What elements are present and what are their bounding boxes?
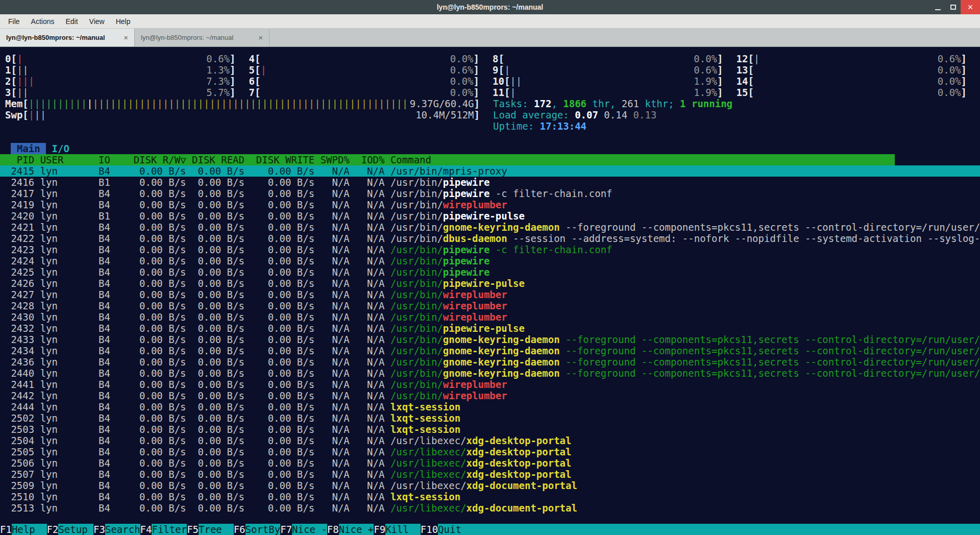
column-header-disk-write[interactable]: DISK WRITE [256,154,314,165]
column-header-command[interactable]: Command [390,154,895,165]
disk-read-value: 0.00 B/s [192,446,244,457]
disk-write-value: 0.00 B/s [256,188,314,199]
disk-read-value: 0.00 B/s [192,244,244,255]
column-header-disk-rw[interactable]: DISK R/W▽ [134,154,186,165]
iod-value: N/A [361,334,385,345]
column-header-user[interactable]: USER [40,154,99,165]
close-button[interactable]: × [961,0,980,14]
process-row-2507[interactable]: 2507lynB40.00 B/s0.00 B/s0.00 B/sN/AN/A/… [0,469,980,480]
fkey-f1[interactable]: F1Help [0,524,47,535]
process-row-2432[interactable]: 2432lynB40.00 B/s0.00 B/s0.00 B/sN/AN/A/… [0,323,980,334]
process-io-priority: B4 [99,390,110,401]
maximize-button[interactable] [945,0,961,14]
disk-read-value: 0.00 B/s [192,255,244,266]
terminal-tab-1[interactable]: lyn@lyn-b850mprors: ~/manual× [0,29,135,46]
tab-close-icon[interactable]: × [258,33,263,42]
process-row-2421[interactable]: 2421lynB40.00 B/s0.00 B/s0.00 B/sN/AN/A/… [0,222,980,233]
process-row-2510[interactable]: 2510lynB40.00 B/s0.00 B/s0.00 B/sN/AN/Al… [0,491,980,502]
fkey-f7[interactable]: F7Nice - [280,524,327,535]
process-row-2442[interactable]: 2442lynB40.00 B/s0.00 B/s0.00 B/sN/AN/A/… [0,390,980,401]
process-row-2417[interactable]: 2417lynB40.00 B/s0.00 B/s0.00 B/sN/AN/A/… [0,188,980,199]
disk-rw-value: 0.00 B/s [134,289,186,300]
iod-value: N/A [361,188,385,199]
process-row-2423[interactable]: 2423lynB40.00 B/s0.00 B/s0.00 B/sN/AN/A/… [0,244,980,255]
disk-read-value: 0.00 B/s [192,457,244,469]
process-row-2441[interactable]: 2441lynB40.00 B/s0.00 B/s0.00 B/sN/AN/A/… [0,379,980,390]
fkey-f4[interactable]: F4Filter [140,524,187,535]
disk-rw-value: 0.00 B/s [134,334,186,345]
process-row-2513[interactable]: 2513lynB40.00 B/s0.00 B/s0.00 B/sN/AN/A/… [0,502,980,514]
iod-value: N/A [361,323,385,334]
fkey-f2[interactable]: F2Setup [47,524,94,535]
process-user: lyn [40,334,99,345]
maximize-icon [950,5,956,10]
column-header-disk-read[interactable]: DISK READ [192,154,244,165]
menu-item-file[interactable]: File [3,14,26,28]
process-row-2434[interactable]: 2434lynB40.00 B/s0.00 B/s0.00 B/sN/AN/A/… [0,345,980,356]
process-command: /usr/bin/wireplumber [390,390,980,401]
process-io-priority: B4 [99,435,110,446]
terminal-screen[interactable]: 0[|0.6%]4[0.0%]8[0.0%]12[|0.6%]1[||1.3%]… [0,47,980,535]
process-pid: 2422 [5,233,34,244]
process-row-2509[interactable]: 2509lynB40.00 B/s0.00 B/s0.00 B/sN/AN/A/… [0,480,980,491]
fkey-f10[interactable]: F10Quit [421,524,473,535]
process-row-2433[interactable]: 2433lynB40.00 B/s0.00 B/s0.00 B/sN/AN/A/… [0,334,980,345]
fkey-f6[interactable]: F6SortBy [234,524,281,535]
process-pid: 2415 [5,165,34,177]
process-row-2427[interactable]: 2427lynB40.00 B/s0.00 B/s0.00 B/sN/AN/A/… [0,289,980,300]
process-row-2503[interactable]: 2503lynB40.00 B/s0.00 B/s0.00 B/sN/AN/Al… [0,424,980,435]
menu-bar: FileActionsEditViewHelp [0,14,980,29]
fkey-f9[interactable]: F9Kill [374,524,421,535]
column-header-swpd[interactable]: SWPD% [321,154,350,165]
menu-item-actions[interactable]: Actions [26,14,60,28]
process-row-2428[interactable]: 2428lynB40.00 B/s0.00 B/s0.00 B/sN/AN/A/… [0,300,980,311]
process-user: lyn [40,222,99,233]
process-row-2430[interactable]: 2430lynB40.00 B/s0.00 B/s0.00 B/sN/AN/A/… [0,311,980,323]
screen-tab-io[interactable]: I/O [52,143,69,154]
disk-rw-value: 0.00 B/s [134,210,186,222]
swpd-value: N/A [321,446,350,457]
process-row-2502[interactable]: 2502lynB40.00 B/s0.00 B/s0.00 B/sN/AN/Al… [0,412,980,424]
process-io-priority: B4 [99,502,110,514]
fkey-f5[interactable]: F5Tree [187,524,234,535]
disk-rw-value: 0.00 B/s [134,345,186,356]
disk-rw-value: 0.00 B/s [134,469,186,480]
process-pid: 2434 [5,345,34,356]
swpd-value: N/A [321,188,350,199]
column-header-io[interactable]: IO [99,154,110,165]
process-row-2424[interactable]: 2424lynB40.00 B/s0.00 B/s0.00 B/sN/AN/A/… [0,255,980,266]
disk-read-value: 0.00 B/s [192,491,244,502]
column-header-iod[interactable]: IOD% [361,154,385,165]
process-row-2420[interactable]: 2420lynB10.00 B/s0.00 B/s0.00 B/sN/AN/A/… [0,210,980,222]
process-row-2416[interactable]: 2416lynB10.00 B/s0.00 B/s0.00 B/sN/AN/A/… [0,177,980,188]
disk-write-value: 0.00 B/s [256,177,314,188]
process-row-2436[interactable]: 2436lynB40.00 B/s0.00 B/s0.00 B/sN/AN/A/… [0,356,980,368]
process-row-2426[interactable]: 2426lynB40.00 B/s0.00 B/s0.00 B/sN/AN/A/… [0,278,980,289]
disk-read-value: 0.00 B/s [192,300,244,311]
tab-close-icon[interactable]: × [124,33,128,42]
menu-item-help[interactable]: Help [110,14,136,28]
process-row-2504[interactable]: 2504lynB40.00 B/s0.00 B/s0.00 B/sN/AN/A/… [0,435,980,446]
fkey-f3[interactable]: F3Search [93,524,140,535]
disk-write-value: 0.00 B/s [256,300,314,311]
swpd-value: N/A [321,345,350,356]
process-io-priority: B4 [99,323,110,334]
process-user: lyn [40,502,99,514]
process-row-2422[interactable]: 2422lynB40.00 B/s0.00 B/s0.00 B/sN/AN/A/… [0,233,980,244]
process-row-2415[interactable]: 2415lynB40.00 B/s0.00 B/s0.00 B/sN/AN/A/… [0,165,980,177]
process-row-2505[interactable]: 2505lynB40.00 B/s0.00 B/s0.00 B/sN/AN/A/… [0,446,980,457]
column-header-pid[interactable]: PID [5,154,34,165]
minimize-button[interactable] [930,0,945,14]
fkey-f8[interactable]: F8Nice + [327,524,374,535]
menu-item-edit[interactable]: Edit [60,14,83,28]
process-row-2444[interactable]: 2444lynB40.00 B/s0.00 B/s0.00 B/sN/AN/Al… [0,401,980,412]
terminal-tab-2[interactable]: lyn@lyn-b850mprors: ~/manual× [135,29,270,46]
iod-value: N/A [361,165,385,177]
process-row-2440[interactable]: 2440lynB40.00 B/s0.00 B/s0.00 B/sN/AN/A/… [0,368,980,379]
screen-tab-main[interactable]: Main [11,143,46,154]
process-row-2506[interactable]: 2506lynB40.00 B/s0.00 B/s0.00 B/sN/AN/A/… [0,457,980,469]
menu-item-view[interactable]: View [84,14,110,28]
process-row-2425[interactable]: 2425lynB40.00 B/s0.00 B/s0.00 B/sN/AN/A/… [0,266,980,278]
process-row-2419[interactable]: 2419lynB40.00 B/s0.00 B/s0.00 B/sN/AN/A/… [0,199,980,210]
iod-value: N/A [361,255,385,266]
